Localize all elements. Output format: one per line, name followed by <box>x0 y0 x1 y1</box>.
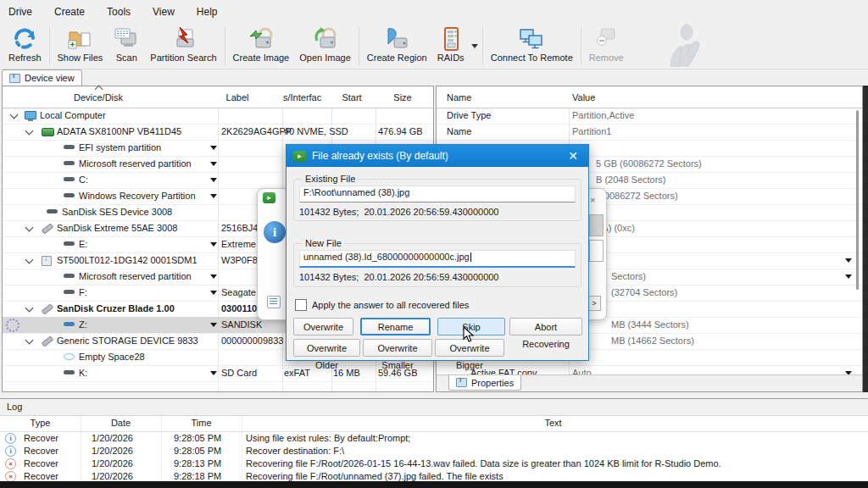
partition-search-button[interactable]: Partition Search <box>145 24 221 69</box>
hidden-button[interactable] <box>589 214 604 236</box>
menu-tools[interactable]: Tools <box>107 6 131 18</box>
create-image-button[interactable]: Create Image <box>228 24 295 69</box>
log-column-date[interactable]: Date <box>81 418 161 428</box>
column-header-size[interactable]: Size <box>377 92 428 103</box>
log-text: Recovering file F:/Root/2026-01-15 16-44… <box>246 458 721 469</box>
log-type: Recover <box>24 446 58 456</box>
row-dropdown-icon[interactable] <box>210 194 217 198</box>
overwrite-older-button[interactable]: Overwrite Older <box>293 339 360 357</box>
menu-help[interactable]: Help <box>197 6 218 18</box>
open-image-icon <box>312 25 339 53</box>
show-files-button[interactable]: Show Files <box>53 24 108 69</box>
log-type: Recover <box>24 433 58 443</box>
device-tree-header: Device/Disk Label s/Interfac Start Size <box>3 86 433 108</box>
info-icon: i <box>5 433 16 444</box>
tab-properties[interactable]: Properties <box>448 375 521 391</box>
info-icon: i <box>264 221 286 243</box>
column-header-device[interactable]: Device/Disk <box>47 92 149 103</box>
property-value: 5 GB (60086272 Sectors) <box>572 158 702 169</box>
log-date: 1/20/2026 <box>92 446 133 456</box>
value-dropdown-icon[interactable] <box>845 274 852 279</box>
chevron-down-icon[interactable] <box>25 256 34 264</box>
refresh-button[interactable]: Refresh <box>3 24 47 69</box>
log-column-time[interactable]: Time <box>161 418 242 428</box>
raids-dropdown-arrow[interactable] <box>471 44 478 48</box>
rename-button[interactable]: Rename <box>360 318 431 336</box>
row-dropdown-icon[interactable] <box>210 242 217 247</box>
column-header-start[interactable]: Start <box>326 92 377 103</box>
row-dropdown-icon[interactable] <box>210 291 217 295</box>
chevron-down-icon[interactable] <box>25 304 34 313</box>
menu-view[interactable]: View <box>153 6 175 18</box>
column-header-value[interactable]: Value <box>572 92 595 103</box>
row-dropdown-icon[interactable] <box>210 371 217 375</box>
property-value: MB (3444 Sectors) <box>572 319 689 330</box>
menu-create[interactable]: Create <box>54 6 85 18</box>
scan-button[interactable]: Scan <box>108 24 145 69</box>
log-type: Recover <box>24 471 58 481</box>
apply-to-all-checkbox[interactable]: Apply the answer to all recovered files <box>295 299 469 311</box>
dialog-titlebar[interactable]: ▸ File already exists (By default) ✕ <box>287 145 588 167</box>
open-image-button[interactable]: Open Image <box>294 24 356 69</box>
close-icon[interactable]: × <box>590 195 595 205</box>
existing-file-path-field[interactable]: F:\Root\unnamed (38).jpg <box>299 186 576 202</box>
chevron-down-icon[interactable] <box>25 224 34 232</box>
checkbox-box[interactable] <box>295 299 307 311</box>
log-column-text[interactable]: Text <box>242 418 865 428</box>
close-icon[interactable]: ✕ <box>565 149 581 163</box>
existing-file-group: Existing File F:\Root\unnamed (38).jpg 1… <box>293 174 581 221</box>
log-row[interactable]: i Recover 1/20/2026 9:28:05 PM Recover d… <box>0 445 868 458</box>
overwrite-smaller-button[interactable]: Overwrite Smaller <box>363 339 432 357</box>
log-time: 9:28:05 PM <box>174 446 221 456</box>
empty-space-icon <box>64 353 75 360</box>
value-dropdown-icon[interactable] <box>845 258 852 263</box>
expand-button[interactable]: > <box>587 296 601 311</box>
row-dropdown-icon[interactable] <box>210 146 217 150</box>
show-files-icon <box>66 25 93 53</box>
create-region-button[interactable]: Create Region <box>362 24 432 69</box>
property-row[interactable]: Drive TypePartition,Active <box>437 108 862 125</box>
properties-header: Name Value <box>437 86 862 108</box>
connect-to-remote-button[interactable]: Connect To Remote <box>486 24 578 69</box>
column-header-label[interactable]: Label <box>203 92 271 103</box>
tree-row-k-drive[interactable]: K: SD Card exFAT 16 MB 59.46 GB <box>3 365 433 382</box>
tree-row-local-computer[interactable]: Local Computer <box>3 108 433 125</box>
vertical-scrollbar[interactable] <box>856 110 859 290</box>
overwrite-button[interactable]: Overwrite <box>293 318 353 336</box>
chevron-down-icon[interactable] <box>25 336 34 345</box>
text-caret <box>470 252 471 262</box>
property-row[interactable]: NamePartition1 <box>437 124 862 141</box>
column-header-name[interactable]: Name <box>447 92 471 103</box>
panel-tab-strip: Properties <box>437 374 862 391</box>
raids-button[interactable]: RAIDs <box>432 24 470 69</box>
tree-row-adata-ssd[interactable]: ADATA SX8100NP VB411D45 2K2629AG4GPP #0 … <box>3 124 433 141</box>
partition-icon <box>64 177 75 181</box>
chevron-down-icon[interactable] <box>10 111 19 119</box>
partition-icon <box>64 241 75 246</box>
log-date: 1/20/2026 <box>92 458 133 469</box>
tab-device-view[interactable]: Device view <box>2 69 82 86</box>
hidden-button[interactable] <box>589 240 604 262</box>
existing-file-label: Existing File <box>303 174 358 184</box>
list-icon <box>267 296 281 308</box>
device-name: Windows Recovery Partition <box>79 191 196 201</box>
toolbar-label: Scan <box>116 53 137 63</box>
row-dropdown-icon[interactable] <box>210 323 217 327</box>
column-header-interface[interactable]: s/Interfac <box>283 92 331 103</box>
new-file-label: New File <box>303 238 344 248</box>
usb-drive-icon <box>42 223 54 234</box>
create-image-icon <box>248 25 275 53</box>
row-dropdown-icon[interactable] <box>210 178 217 182</box>
log-column-type[interactable]: Type <box>0 418 81 428</box>
new-file-name-input[interactable]: unnamed (38).Id_68000000000000c.jpg <box>299 250 576 268</box>
tab-label: Properties <box>471 378 514 388</box>
log-row[interactable]: i Recover 1/20/2026 9:28:05 PM Using fil… <box>0 432 868 445</box>
log-row[interactable]: × Recover 1/20/2026 9:28:13 PM Recoverin… <box>0 458 868 470</box>
row-dropdown-icon[interactable] <box>210 162 217 166</box>
row-dropdown-icon[interactable] <box>210 274 217 279</box>
property-name: Drive Type <box>447 110 491 120</box>
abort-recovering-button[interactable]: Abort Recovering <box>509 318 582 336</box>
menu-drive[interactable]: Drive <box>8 6 32 18</box>
chevron-down-icon[interactable] <box>25 127 34 136</box>
log-time: 9:28:13 PM <box>174 458 221 469</box>
